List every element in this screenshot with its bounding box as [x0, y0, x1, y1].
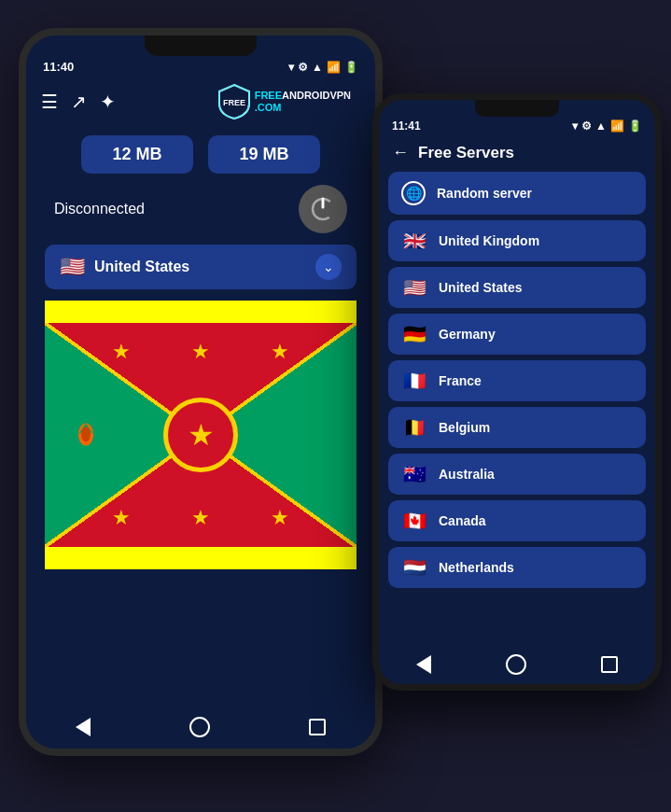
server-flag-7: 🇨🇦 [401, 510, 427, 532]
flag-stars-top: ★ ★ ★ [45, 340, 356, 364]
server-flag-6: 🇦🇺 [401, 463, 427, 485]
server-flag-0: 🌐 [401, 181, 426, 205]
share-icon[interactable]: ↗ [71, 91, 87, 113]
server-name-4: France [439, 373, 482, 388]
server-flag-3: 🇩🇪 [401, 323, 427, 345]
phone1-content: 12 MB 19 MB Disconnected 🇺🇸 United State… [26, 126, 375, 706]
power-button[interactable] [299, 185, 347, 233]
country-name: United States [94, 259, 189, 275]
phone1-time: 11:40 [43, 60, 74, 74]
flag-star-bottom-1: ★ [112, 506, 131, 530]
svg-text:FREE: FREE [223, 98, 245, 107]
power-icon [309, 195, 337, 223]
connection-status: Disconnected [54, 201, 145, 217]
back-nav-button[interactable] [76, 718, 91, 736]
phone2-notch [475, 100, 559, 117]
server-name-6: Australia [439, 467, 495, 482]
phone2-nav-bar [379, 645, 655, 684]
flag-container: ★ ★ ★ ★ ★ ★ [45, 301, 356, 569]
star-icon[interactable]: ✦ [100, 91, 116, 113]
server-item-4[interactable]: 🇫🇷France [388, 360, 646, 401]
server-flag-1: 🇬🇧 [401, 230, 427, 252]
phone2-status-bar: 11:41 ▾ ⚙ ▲ 📶 🔋 [379, 117, 655, 135]
server-item-0[interactable]: 🌐Random server [388, 172, 646, 215]
flag-main: ★ ★ ★ ★ ★ ★ [45, 323, 356, 547]
recent-nav-button[interactable] [309, 719, 326, 735]
nutmeg-icon [73, 416, 99, 455]
flag-star-top-1: ★ [112, 340, 131, 364]
phone1-notch [145, 35, 257, 56]
chevron-down-icon: ⌄ [315, 254, 342, 280]
flag-center-star: ★ [188, 420, 215, 450]
flag-stars-bottom: ★ ★ ★ [45, 506, 356, 530]
server-item-3[interactable]: 🇩🇪Germany [388, 314, 646, 355]
server-flag-8: 🇳🇱 [401, 556, 427, 579]
server-flag-2: 🇺🇸 [401, 276, 427, 299]
recent-nav-btn-2[interactable] [601, 656, 618, 673]
menu-icon[interactable]: ☰ [41, 91, 58, 113]
country-selector[interactable]: 🇺🇸 United States ⌄ [45, 245, 356, 289]
phone2-time: 11:41 [392, 119, 421, 133]
server-name-8: Netherlands [439, 560, 514, 575]
status-row: Disconnected [45, 185, 356, 233]
server-item-1[interactable]: 🇬🇧United Kingdom [388, 220, 646, 261]
phone-2: 11:41 ▾ ⚙ ▲ 📶 🔋 ← Free Servers 🌐Random s… [372, 93, 662, 691]
back-button[interactable]: ← [392, 143, 409, 162]
server-item-6[interactable]: 🇦🇺Australia [388, 454, 646, 495]
server-list: 🌐Random server🇬🇧United Kingdom🇺🇸United S… [379, 168, 655, 645]
flag-star-top-3: ★ [271, 340, 289, 364]
phone2-status-icons: ▾ ⚙ ▲ 📶 🔋 [572, 119, 642, 133]
back-nav-btn-2[interactable] [416, 655, 431, 674]
phone1-status-icons: ▾ ⚙ ▲ 📶 🔋 [288, 61, 358, 74]
server-flag-5: 🇧🇪 [401, 416, 427, 439]
logo-area: FREE FREEANDROIDVPN .COM [217, 83, 351, 120]
phone1-status-bar: 11:40 ▾ ⚙ ▲ 📶 🔋 [26, 56, 375, 77]
server-item-8[interactable]: 🇳🇱Netherlands [388, 547, 646, 588]
country-flag: 🇺🇸 [60, 255, 85, 279]
flag-star-bottom-2: ★ [191, 506, 210, 530]
server-name-2: United States [439, 280, 522, 295]
home-nav-button[interactable] [189, 717, 210, 737]
data-row: 12 MB 19 MB [45, 135, 356, 174]
download-badge: 12 MB [81, 135, 193, 174]
phone1-toolbar: ☰ ↗ ✦ FREE FREEANDROIDVPN .COM [26, 77, 375, 126]
flag-star-top-2: ★ [191, 340, 210, 364]
server-name-7: Canada [439, 513, 486, 528]
server-item-7[interactable]: 🇨🇦Canada [388, 500, 646, 541]
server-name-3: Germany [439, 327, 496, 342]
upload-badge: 19 MB [208, 135, 320, 174]
home-nav-btn-2[interactable] [506, 654, 526, 675]
flag-yellow-bottom [45, 547, 356, 569]
flag-star-bottom-3: ★ [271, 506, 289, 530]
phone2-header: ← Free Servers [379, 135, 655, 168]
svg-point-4 [81, 427, 91, 442]
logo-shield-icon: FREE [217, 83, 251, 120]
servers-title: Free Servers [418, 144, 514, 162]
logo-text: FREEANDROIDVPN .COM [255, 90, 351, 114]
server-name-1: United Kingdom [439, 233, 539, 248]
flag-yellow-top [45, 301, 356, 323]
country-left: 🇺🇸 United States [60, 255, 189, 279]
phone1-nav-bar [26, 706, 375, 749]
server-name-5: Belgium [439, 420, 490, 435]
server-flag-4: 🇫🇷 [401, 370, 427, 392]
server-item-5[interactable]: 🇧🇪Belgium [388, 407, 646, 448]
server-name-0: Random server [437, 186, 532, 201]
server-item-2[interactable]: 🇺🇸United States [388, 267, 646, 308]
flag-center-circle: ★ [163, 398, 238, 472]
phone-1: 11:40 ▾ ⚙ ▲ 📶 🔋 ☰ ↗ ✦ FREE FREEANDROIDVP… [19, 28, 383, 756]
